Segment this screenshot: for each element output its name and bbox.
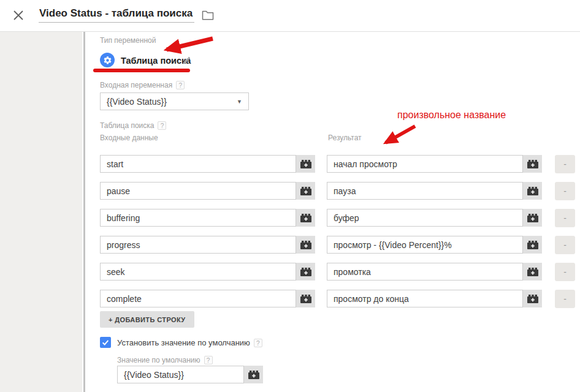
lookup-output-field[interactable] <box>327 236 523 254</box>
chevron-down-icon: ▼ <box>237 99 242 105</box>
insert-variable-icon[interactable] <box>296 209 315 227</box>
lookup-table-label: Таблица поиска ? <box>100 121 166 130</box>
insert-variable-icon[interactable] <box>244 366 263 383</box>
remove-row-button[interactable]: - <box>555 263 575 281</box>
lookup-output-field[interactable] <box>327 155 523 173</box>
insert-variable-icon[interactable] <box>296 155 315 173</box>
column-header-output: Результат <box>328 134 362 142</box>
help-icon[interactable]: ? <box>254 339 262 347</box>
lookup-output-field[interactable] <box>327 209 523 227</box>
variable-type-value: Таблица поиска <box>121 56 191 66</box>
close-icon[interactable] <box>12 9 25 21</box>
folder-icon[interactable] <box>202 10 214 20</box>
remove-row-button[interactable]: - <box>555 209 575 227</box>
help-icon[interactable]: ? <box>158 121 166 130</box>
help-icon[interactable]: ? <box>176 81 185 89</box>
annotation-free-name-text: произвольное название <box>397 110 506 121</box>
help-icon[interactable]: ? <box>204 356 213 364</box>
insert-variable-icon[interactable] <box>296 182 315 200</box>
lookup-input-field[interactable] <box>100 209 296 227</box>
insert-variable-icon[interactable] <box>523 290 542 307</box>
insert-variable-icon[interactable] <box>296 263 315 281</box>
lookup-output-field[interactable] <box>327 182 523 200</box>
lookup-table-type-icon <box>100 53 115 67</box>
input-variable-select[interactable]: {{Video Status}} ▼ <box>100 92 249 110</box>
insert-variable-icon[interactable] <box>296 236 315 254</box>
remove-row-button[interactable]: - <box>555 155 575 173</box>
remove-row-button[interactable]: - <box>555 236 575 254</box>
lookup-output-field[interactable] <box>327 290 523 307</box>
variable-type-label: Тип переменной <box>100 36 156 45</box>
lookup-input-field[interactable] <box>100 155 296 173</box>
insert-variable-icon[interactable] <box>523 236 542 254</box>
scrollbar[interactable] <box>83 32 85 392</box>
lookup-input-field[interactable] <box>100 182 296 200</box>
insert-variable-icon[interactable] <box>523 263 542 281</box>
input-variable-label: Входная переменная ? <box>100 81 185 89</box>
lookup-input-field[interactable] <box>100 290 296 307</box>
remove-row-button[interactable]: - <box>555 290 575 308</box>
set-default-label: Установить значение по умолчанию ? <box>117 338 262 347</box>
edit-pencil-icon[interactable] <box>182 56 191 65</box>
insert-variable-icon[interactable] <box>523 155 542 173</box>
lookup-input-field[interactable] <box>100 236 296 254</box>
add-row-button[interactable]: + ДОБАВИТЬ СТРОКУ <box>100 311 194 328</box>
annotation-red-underline <box>93 69 190 72</box>
lookup-output-field[interactable] <box>327 263 523 281</box>
variable-name-field[interactable]: Video Status - таблица поиска <box>39 6 194 23</box>
default-value-field[interactable] <box>117 366 244 383</box>
gtm-variable-editor: Video Status - таблица поиска Тип переме… <box>0 0 580 392</box>
remove-row-button[interactable]: - <box>555 182 575 200</box>
default-value-label: Значение по умолчанию ? <box>117 356 213 364</box>
set-default-checkbox[interactable] <box>100 337 111 348</box>
header-bar: Video Status - таблица поиска <box>0 0 580 32</box>
insert-variable-icon[interactable] <box>523 209 542 227</box>
insert-variable-icon[interactable] <box>296 290 315 307</box>
lookup-input-field[interactable] <box>100 263 296 281</box>
overlay-backdrop <box>0 32 82 392</box>
insert-variable-icon[interactable] <box>523 182 542 200</box>
column-header-input: Входные данные <box>100 134 158 142</box>
